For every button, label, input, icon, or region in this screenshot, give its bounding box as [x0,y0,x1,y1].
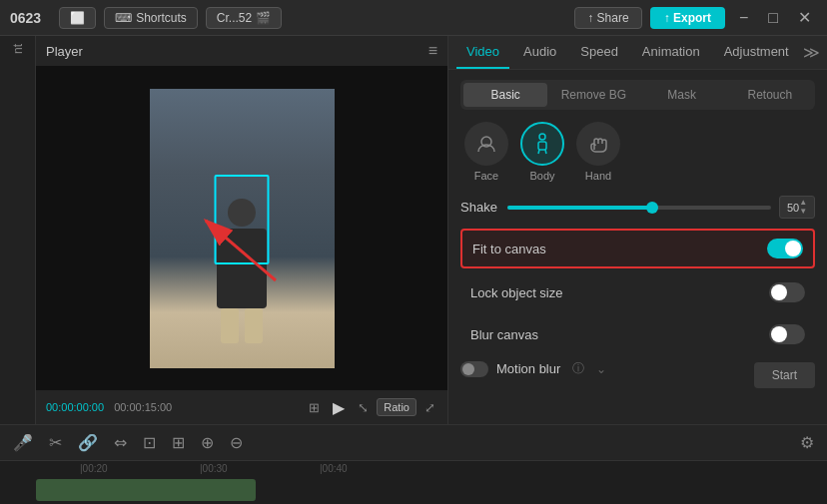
figure-leg-left [221,308,239,343]
body-icon-circle [520,122,564,166]
blur-canvas-knob [771,326,787,342]
face-icon-circle [464,122,508,166]
shake-up-arrow[interactable]: ▲ [799,199,807,207]
monitor-btn[interactable]: ⬜ [59,7,96,29]
body-label: Body [529,170,554,182]
scissors-btn[interactable]: ✂ [46,430,65,455]
motion-blur-knob [462,363,474,375]
tab-overflow-icon[interactable]: ≫ [803,43,820,62]
body-icon-hand[interactable]: Hand [576,122,620,182]
align-btn[interactable]: ⊡ [140,430,159,455]
tab-audio[interactable]: Audio [513,36,566,69]
motion-blur-label: Motion blur [496,361,560,376]
play-btn[interactable]: ▶ [328,396,350,418]
cr-btn[interactable]: Cr...52 🎬 [206,7,282,29]
timeline-clip[interactable] [36,479,256,501]
lock-object-size-knob [771,284,787,300]
crop-btn[interactable]: ⊞ [169,430,188,455]
minimize-btn[interactable]: − [733,7,754,29]
left-sidebar: nt [0,36,36,424]
svg-line-5 [538,150,539,154]
cr-label: Cr...52 [217,11,252,25]
fullscreen-btn[interactable]: ⤢ [422,398,437,417]
sidebar-text[interactable]: nt [11,44,25,54]
fit-to-canvas-toggle[interactable] [767,239,803,258]
monitor-icon: ⬜ [70,11,85,25]
subtab-removebg[interactable]: Remove BG [551,83,635,107]
hand-icon [586,132,610,156]
face-icon [474,132,498,156]
shake-value: 50 ▲ ▼ [779,196,815,219]
shake-slider-track[interactable] [507,206,771,210]
time-total: 00:00:15:00 [114,401,172,413]
figure-head [228,199,256,227]
video-placeholder [150,89,335,368]
blur-canvas-toggle[interactable] [769,324,805,344]
body-icon [530,132,554,156]
player-menu-icon[interactable]: ≡ [428,42,437,60]
subtab-basic[interactable]: Basic [463,83,547,107]
svg-line-6 [545,150,546,154]
shortcuts-btn[interactable]: ⌨ Shortcuts [104,7,198,29]
fit-screen-btn[interactable]: ⤡ [356,398,371,417]
shake-slider-fill [507,206,652,210]
share-btn[interactable]: ↑ Share [574,7,641,29]
tab-adjustment[interactable]: Adjustment [714,36,799,69]
blur-canvas-label: Blur canvas [470,327,538,342]
body-icon-face[interactable]: Face [464,122,508,182]
player-canvas [36,66,447,390]
hand-label: Hand [585,170,611,182]
link-btn[interactable]: 🔗 [75,430,101,455]
export-btn[interactable]: ↑ Export [650,7,725,29]
ratio-btn[interactable]: Ratio [377,398,416,416]
grid-view-btn[interactable]: ⊞ [307,398,322,417]
subtab-mask[interactable]: Mask [640,83,724,107]
export-icon: ↑ [664,11,670,25]
settings-btn[interactable]: ⚙ [797,430,817,455]
close-btn[interactable]: ✕ [792,6,817,29]
lock-object-size-row: Lock object size [460,274,815,310]
body-icons-row: Face Body [460,122,815,182]
split-btn[interactable]: ⇔ [111,430,130,455]
zoom-out-btn[interactable]: ⊖ [227,430,246,455]
zoom-in-btn[interactable]: ⊕ [198,430,217,455]
shake-label: Shake [460,200,497,215]
motion-blur-row: Motion blur ⓘ ⌄ [460,360,754,377]
shake-arrows: ▲ ▼ [799,199,807,216]
shortcuts-label: Shortcuts [136,11,187,25]
blur-canvas-row: Blur canvas [460,316,815,352]
subtab-retouch[interactable]: Retouch [728,83,812,107]
svg-point-3 [539,134,545,140]
body-icon-body[interactable]: Body [520,122,564,182]
timeline-mark-40: |00:40 [320,463,348,474]
shake-slider-container: 50 ▲ ▼ [507,196,815,219]
time-current: 00:00:00:00 [46,401,104,413]
tab-animation[interactable]: Animation [632,36,710,69]
mic-btn[interactable]: 🎤 [10,430,36,455]
film-icon: 🎬 [256,11,271,25]
fit-to-canvas-row: Fit to canvas [460,229,815,268]
lock-object-size-toggle[interactable] [769,282,805,302]
fit-to-canvas-label: Fit to canvas [472,242,546,256]
sub-tabs: Basic Remove BG Mask Retouch [460,80,815,110]
chevron-down-icon: ⌄ [596,362,606,376]
tab-video[interactable]: Video [456,36,509,69]
motion-blur-toggle[interactable] [460,361,488,377]
keyboard-icon: ⌨ [115,11,132,25]
timeline-mark-30: |00:30 [200,463,228,474]
maximize-btn[interactable]: □ [762,7,784,29]
timeline-track: |00:20 |00:30 |00:40 [0,461,827,504]
tab-speed[interactable]: Speed [570,36,628,69]
timeline: 🎤 ✂ 🔗 ⇔ ⊡ ⊞ ⊕ ⊖ ⚙ |00:20 |00:30 |00:40 [0,424,827,504]
svg-rect-4 [538,142,546,150]
video-figure [207,199,277,338]
right-panel: Video Audio Speed Animation Adjustment ≫… [447,36,827,424]
lock-object-size-label: Lock object size [470,285,563,300]
start-btn[interactable]: Start [754,362,815,388]
timeline-mark-20: |00:20 [80,463,108,474]
shake-down-arrow[interactable]: ▼ [799,208,807,216]
player-area: Player ≡ [36,36,447,424]
face-label: Face [474,170,498,182]
info-icon: ⓘ [572,360,584,377]
main-area: nt Player ≡ [0,36,827,424]
